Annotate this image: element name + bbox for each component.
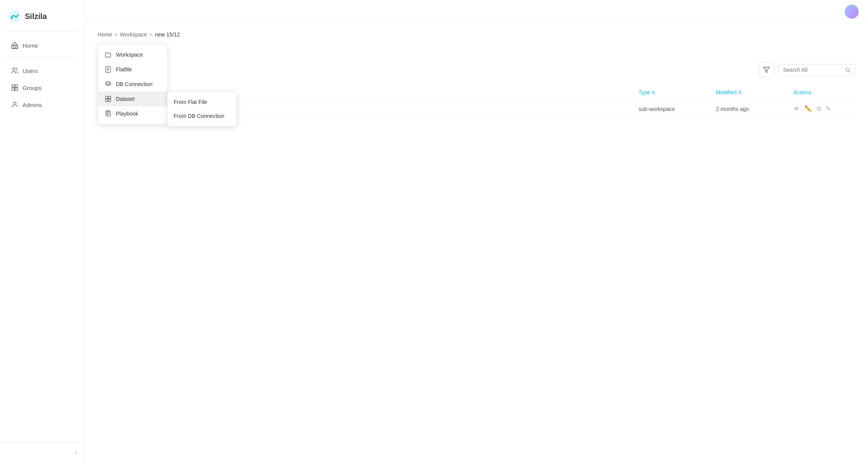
- row-type: sub-workspace: [638, 106, 716, 112]
- view-action-icon[interactable]: 👁: [794, 106, 800, 112]
- sidebar-nav: Home Users Groups Admins: [0, 31, 85, 119]
- svg-rect-18: [109, 96, 111, 99]
- row-actions: 👁 ✏️ ⧉ ✎: [794, 105, 856, 112]
- playbook-menu-label: Playbook: [116, 111, 138, 117]
- breadcrumb-workspace[interactable]: Workspace: [120, 31, 147, 38]
- search-box: [778, 64, 856, 76]
- from-db-connection-label: From DB Connection: [174, 113, 224, 119]
- dataset-submenu: From Flat File From DB Connection: [167, 92, 237, 126]
- logo-icon: [8, 9, 22, 23]
- menu-item-dataset[interactable]: Dataset From Flat File From DB Connectio…: [98, 92, 167, 106]
- menu-item-db-connection[interactable]: DB Connection: [98, 77, 167, 92]
- search-input[interactable]: [783, 67, 842, 73]
- sidebar: Silzila Home Users Groups: [0, 0, 85, 462]
- breadcrumb-current: new 15/12: [155, 31, 180, 38]
- groups-label: Groups: [22, 85, 41, 91]
- sidebar-item-home[interactable]: Home: [3, 38, 82, 53]
- menu-item-workspace[interactable]: Workspace: [98, 47, 167, 62]
- menu-item-flatfile[interactable]: Flatfile: [98, 62, 167, 77]
- toolbar: + New: [98, 62, 856, 78]
- avatar[interactable]: [845, 5, 859, 19]
- filter-icon: [763, 66, 770, 73]
- svg-rect-19: [105, 99, 108, 102]
- groups-icon: [11, 84, 19, 92]
- col-header-type[interactable]: Type ⇅: [638, 89, 716, 95]
- collapse-icon: ‹: [75, 449, 77, 456]
- submenu-item-from-db-connection[interactable]: From DB Connection: [167, 109, 236, 123]
- logo: Silzila: [0, 0, 85, 31]
- users-icon: [11, 67, 19, 74]
- sort-icon-modified: ⇅: [738, 90, 742, 95]
- admins-label: Admins: [22, 102, 42, 108]
- collapse-button[interactable]: ‹: [0, 442, 85, 462]
- divider-nav: [6, 58, 79, 58]
- svg-rect-4: [12, 85, 15, 88]
- delete-action-icon[interactable]: ✎: [826, 105, 831, 112]
- sort-icon-type: ⇅: [652, 90, 655, 95]
- dataset-menu-label: Dataset: [116, 96, 135, 102]
- copy-action-icon[interactable]: ⧉: [817, 106, 821, 112]
- main-content: Home > Workspace > new 15/12 new 15/12 +…: [85, 0, 868, 462]
- home-icon: [11, 42, 19, 49]
- workspace-menu-label: Workspace: [116, 52, 143, 58]
- playbook-menu-icon: [104, 110, 112, 117]
- svg-point-8: [14, 102, 16, 105]
- topbar: [85, 0, 868, 24]
- svg-point-3: [12, 68, 15, 71]
- row-modified: 2 months ago: [716, 106, 794, 112]
- svg-rect-7: [15, 88, 18, 91]
- db-connection-menu-icon: [104, 81, 112, 88]
- svg-point-1: [10, 17, 13, 19]
- svg-rect-6: [12, 88, 15, 91]
- svg-line-11: [849, 71, 850, 72]
- app-name: Silzila: [25, 12, 47, 21]
- from-flat-file-label: From Flat File: [174, 99, 207, 105]
- search-icon: [845, 67, 851, 73]
- page-title-row: new 15/12: [98, 42, 856, 52]
- home-label: Home: [22, 42, 38, 49]
- dropdown-menu: Workspace Flatfile DB Connection: [98, 44, 167, 125]
- svg-rect-5: [15, 85, 18, 88]
- svg-rect-2: [12, 45, 18, 48]
- breadcrumb: Home > Workspace > new 15/12: [98, 31, 856, 38]
- admins-icon: [11, 101, 19, 109]
- col-header-modified[interactable]: Modified ⇅: [716, 89, 794, 95]
- menu-item-playbook[interactable]: Playbook: [98, 106, 167, 121]
- breadcrumb-sep-2: >: [149, 31, 152, 38]
- flatfile-menu-label: Flatfile: [116, 66, 132, 73]
- svg-marker-9: [764, 67, 770, 73]
- sidebar-item-admins[interactable]: Admins: [3, 97, 82, 112]
- sidebar-item-groups[interactable]: Groups: [3, 80, 82, 95]
- content-area: Home > Workspace > new 15/12 new 15/12 +…: [85, 24, 868, 462]
- db-connection-menu-label: DB Connection: [116, 81, 152, 87]
- breadcrumb-home[interactable]: Home: [98, 31, 112, 38]
- edit-action-icon[interactable]: ✏️: [804, 105, 812, 112]
- col-header-actions: Actions: [794, 89, 856, 95]
- svg-point-10: [846, 67, 849, 71]
- sidebar-item-users[interactable]: Users: [3, 63, 82, 78]
- flatfile-menu-icon: [104, 66, 112, 73]
- dataset-menu-icon: [104, 95, 112, 102]
- filter-button[interactable]: [759, 62, 774, 77]
- toolbar-right: [759, 62, 856, 77]
- submenu-item-from-flat-file[interactable]: From Flat File: [167, 95, 236, 109]
- svg-rect-20: [109, 99, 111, 102]
- svg-point-16: [106, 81, 110, 83]
- users-label: Users: [22, 67, 38, 74]
- svg-rect-17: [105, 96, 108, 99]
- workspace-menu-icon: [104, 51, 112, 58]
- breadcrumb-sep-1: >: [114, 31, 117, 38]
